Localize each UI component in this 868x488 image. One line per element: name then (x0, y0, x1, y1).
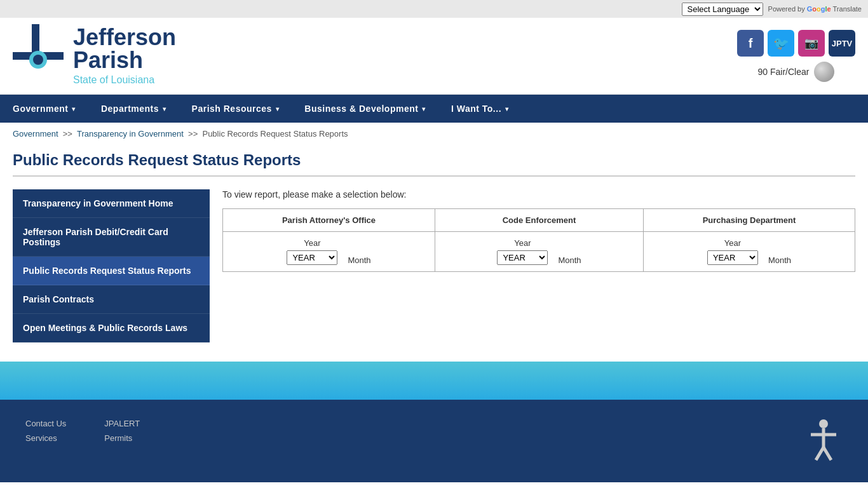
chevron-down-icon: ▾ (422, 105, 426, 112)
svg-point-3 (33, 55, 43, 65)
footer: Contact Us Services JPALERT Permits (0, 400, 868, 482)
code-enforcement-month-label: Month (558, 255, 581, 265)
jptv-icon[interactable]: JPTV (829, 30, 855, 57)
nav-i-want-to[interactable]: I Want To... ▾ (438, 95, 522, 123)
parish-attorney-month-group: Month (348, 255, 370, 265)
svg-point-4 (819, 419, 828, 428)
footer-contact-us[interactable]: Contact Us (25, 419, 66, 428)
col-parish-attorney-selects: Year YEAR Month (223, 232, 435, 272)
sidebar-item-public-records[interactable]: Public Records Request Status Reports (13, 257, 210, 285)
twitter-icon[interactable]: 🐦 (768, 30, 794, 57)
chevron-down-icon: ▾ (163, 105, 166, 112)
social-icons: f 🐦 📷 JPTV (737, 30, 855, 57)
code-enforcement-year-label: Year (514, 238, 531, 248)
footer-accessibility (804, 419, 843, 463)
code-enforcement-select-group: Year YEAR Month (444, 238, 634, 265)
sidebar: Transparency in Government Home Jefferso… (13, 189, 210, 342)
weather-icon (814, 62, 834, 82)
col-purchasing: Purchasing Department (643, 209, 855, 232)
footer-permits[interactable]: Permits (104, 433, 140, 443)
page-title: Public Records Request Status Reports (13, 151, 855, 177)
parish-attorney-year-group: Year YEAR (287, 238, 337, 265)
purchasing-year-label: Year (724, 238, 741, 248)
footer-col-1: Contact Us Services (25, 419, 66, 463)
purchasing-month-label: Month (768, 255, 791, 265)
report-intro: To view report, please make a selection … (222, 189, 855, 200)
col-purchasing-selects: Year YEAR Month (643, 232, 855, 272)
logo-text: Jefferson Parish State of Louisiana (73, 26, 176, 86)
parish-attorney-month-label: Month (348, 255, 370, 265)
purchasing-year-select[interactable]: YEAR (707, 250, 758, 265)
breadcrumb-current: Public Records Request Status Reports (202, 129, 348, 139)
language-select[interactable]: Select Language (682, 3, 763, 16)
sidebar-item-transparency-home[interactable]: Transparency in Government Home (13, 189, 210, 218)
parish-attorney-year-label: Year (304, 238, 320, 248)
breadcrumb-transparency[interactable]: Transparency in Government (77, 129, 184, 139)
parish-attorney-year-select[interactable]: YEAR (287, 250, 337, 265)
header-right: f 🐦 📷 JPTV 90 Fair/Clear (737, 30, 855, 82)
logo-title1: Jefferson (73, 26, 176, 49)
breadcrumb: Government >> Transparency in Government… (0, 123, 868, 145)
chevron-down-icon: ▾ (505, 105, 509, 112)
footer-columns: Contact Us Services JPALERT Permits (25, 419, 843, 463)
nav-parish-resources[interactable]: Parish Resources ▾ (179, 95, 292, 123)
main-nav: Government ▾ Departments ▾ Parish Resour… (0, 95, 868, 123)
top-bar: Select Language Powered by Google Transl… (0, 0, 868, 18)
nav-business-development[interactable]: Business & Development ▾ (292, 95, 438, 123)
main-layout: Transparency in Government Home Jefferso… (13, 189, 855, 342)
report-area: To view report, please make a selection … (222, 189, 855, 272)
report-table: Parish Attorney's Office Code Enforcemen… (222, 208, 855, 272)
code-enforcement-month-group: Month (558, 255, 581, 265)
footer-services[interactable]: Services (25, 433, 66, 443)
logo-subtitle: State of Louisiana (73, 74, 176, 86)
sidebar-item-debit-credit[interactable]: Jefferson Parish Debit/Credit Card Posti… (13, 218, 210, 257)
chevron-down-icon: ▾ (276, 105, 280, 112)
col-parish-attorney: Parish Attorney's Office (223, 209, 435, 232)
instagram-icon[interactable]: 📷 (798, 30, 825, 57)
parish-attorney-select-group: Year YEAR Month (232, 238, 426, 265)
weather-area: 90 Fair/Clear (758, 62, 835, 82)
nav-government[interactable]: Government ▾ (0, 95, 88, 123)
logo-area: Jefferson Parish State of Louisiana (13, 24, 176, 88)
header: Jefferson Parish State of Louisiana f 🐦 … (0, 18, 868, 95)
col-code-enforcement: Code Enforcement (435, 209, 643, 232)
purchasing-month-group: Month (768, 255, 791, 265)
logo-title2: Parish (73, 49, 176, 72)
footer-col-2: JPALERT Permits (104, 419, 140, 463)
nav-departments[interactable]: Departments ▾ (88, 95, 179, 123)
weather-text: 90 Fair/Clear (758, 67, 810, 77)
svg-line-8 (824, 447, 831, 460)
svg-line-7 (816, 447, 824, 460)
chevron-down-icon: ▾ (72, 105, 76, 112)
powered-by: Powered by Google Translate (768, 5, 862, 13)
footer-jpalert[interactable]: JPALERT (104, 419, 140, 428)
accessibility-icon (804, 419, 843, 463)
code-enforcement-year-select[interactable]: YEAR (497, 250, 548, 265)
facebook-icon[interactable]: f (737, 30, 764, 57)
sidebar-item-open-meetings[interactable]: Open Meetings & Public Records Laws (13, 314, 210, 342)
purchasing-year-group: Year YEAR (707, 238, 758, 265)
code-enforcement-year-group: Year YEAR (497, 238, 548, 265)
col-code-enforcement-selects: Year YEAR Month (435, 232, 643, 272)
breadcrumb-government[interactable]: Government (13, 129, 58, 139)
footer-top-bar (0, 362, 868, 400)
jp-logo (13, 24, 64, 88)
purchasing-select-group: Year YEAR Month (653, 238, 846, 265)
sidebar-item-parish-contracts[interactable]: Parish Contracts (13, 285, 210, 314)
page-content: Public Records Request Status Reports Tr… (0, 145, 868, 362)
